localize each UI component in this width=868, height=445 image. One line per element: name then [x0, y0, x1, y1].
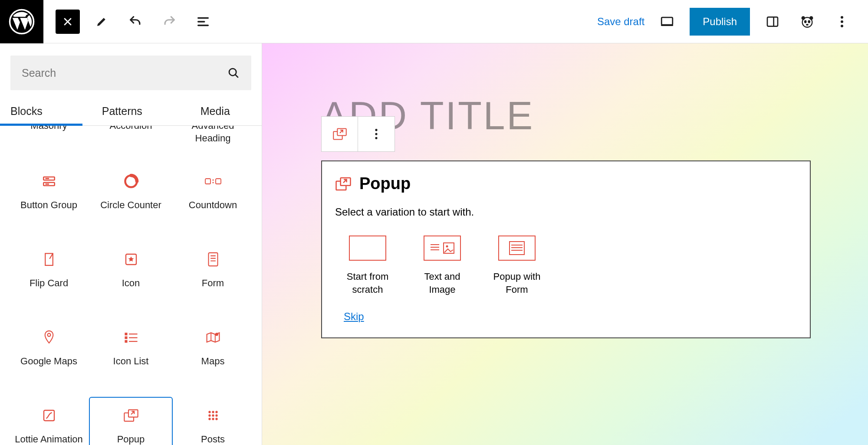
variation-label: Text and Image	[418, 270, 466, 296]
circle-counter-icon	[123, 171, 139, 191]
countdown-icon	[204, 171, 222, 191]
variation-label: Popup with Form	[493, 270, 541, 296]
block-masonry[interactable]: Masonry	[8, 126, 90, 151]
topbar-right-tools: Save draft Publish	[597, 8, 868, 36]
svg-point-33	[208, 415, 210, 417]
undo-button[interactable]	[123, 10, 148, 34]
block-google-maps[interactable]: Google Maps	[8, 320, 90, 385]
variation-thumb-text-image	[424, 236, 461, 261]
popup-title: Popup	[359, 174, 411, 193]
svg-point-7	[808, 20, 810, 23]
form-icon	[207, 249, 219, 269]
block-label: Accordion	[110, 126, 152, 132]
tab-media[interactable]: Media	[169, 98, 262, 125]
svg-rect-40	[337, 129, 346, 136]
block-label: Posts	[201, 433, 225, 445]
svg-point-38	[215, 418, 217, 420]
popup-variations: Start from scratch Text and Image Popup …	[335, 236, 797, 296]
block-lottie-animation[interactable]: Lottie Animation	[8, 398, 90, 445]
svg-point-6	[804, 20, 807, 23]
svg-point-19	[212, 182, 214, 183]
popup-icon	[123, 406, 139, 425]
svg-rect-16	[205, 179, 210, 184]
block-icon-list[interactable]: Icon List	[90, 320, 172, 385]
maps-icon	[205, 327, 221, 347]
svg-point-42	[375, 133, 377, 135]
block-flip-card[interactable]: Flip Card	[8, 242, 90, 307]
save-draft-button[interactable]: Save draft	[597, 16, 644, 28]
block-label: Advanced Heading	[174, 126, 251, 144]
search-input[interactable]	[22, 67, 227, 79]
star-icon	[124, 249, 138, 269]
inserter-tabs: Blocks Patterns Media	[0, 98, 262, 126]
variation-text-and-image[interactable]: Text and Image	[418, 236, 466, 296]
block-icon[interactable]: Icon	[90, 242, 172, 307]
svg-rect-21	[208, 253, 217, 266]
svg-point-35	[215, 415, 217, 417]
block-inserter-panel: Blocks Patterns Media Masonry Accordion …	[0, 43, 262, 445]
svg-rect-25	[125, 340, 127, 343]
svg-point-31	[212, 411, 214, 413]
variation-label: Start from scratch	[344, 270, 391, 296]
block-label: Popup	[117, 433, 145, 445]
block-options-menu[interactable]	[358, 117, 395, 151]
svg-point-11	[841, 25, 843, 27]
svg-point-4	[802, 16, 806, 20]
block-advanced-heading[interactable]: Advanced Heading	[172, 126, 254, 151]
plugin-panda-icon[interactable]	[795, 10, 819, 34]
topbar-left-tools	[43, 10, 215, 34]
wordpress-logo[interactable]	[0, 0, 43, 43]
variation-start-from-scratch[interactable]: Start from scratch	[344, 236, 391, 296]
settings-sidebar-toggle[interactable]	[760, 10, 785, 34]
svg-point-36	[208, 418, 210, 420]
svg-point-10	[841, 20, 843, 23]
svg-rect-1	[662, 17, 673, 25]
svg-rect-24	[125, 337, 127, 339]
close-inserter-button[interactable]	[56, 10, 80, 34]
block-popup[interactable]: Popup	[90, 398, 172, 445]
preview-button[interactable]	[655, 10, 679, 34]
block-label: Form	[202, 277, 224, 290]
block-maps[interactable]: Maps	[172, 320, 254, 385]
svg-point-30	[208, 411, 210, 413]
search-icon	[227, 66, 240, 79]
block-button-group[interactable]: Button Group	[8, 164, 90, 229]
svg-rect-23	[125, 333, 127, 335]
blocks-grid: Masonry Accordion Advanced Heading Butto…	[0, 126, 262, 445]
flip-card-icon	[43, 249, 56, 269]
block-form[interactable]: Form	[172, 242, 254, 307]
editor-canvas: ADD TITLE Popup Select a variation to st…	[262, 43, 868, 445]
svg-point-22	[47, 334, 50, 337]
block-label: Masonry	[30, 126, 67, 132]
redo-button[interactable]	[157, 10, 181, 34]
options-menu-button[interactable]	[830, 10, 854, 34]
svg-point-26	[215, 333, 218, 336]
document-overview-button[interactable]	[191, 10, 215, 34]
button-group-icon	[42, 171, 56, 191]
block-posts[interactable]: Posts	[172, 398, 254, 445]
variation-thumb-blank	[349, 236, 386, 261]
posts-grid-icon	[206, 406, 220, 425]
block-accordion[interactable]: Accordion	[90, 126, 172, 151]
tab-patterns[interactable]: Patterns	[76, 98, 168, 125]
block-label: Button Group	[20, 199, 77, 212]
block-countdown[interactable]: Countdown	[172, 164, 254, 229]
map-pin-icon	[43, 327, 55, 347]
skip-button[interactable]: Skip	[335, 311, 364, 323]
svg-point-47	[446, 245, 448, 248]
publish-button[interactable]: Publish	[690, 8, 750, 36]
svg-point-43	[375, 137, 377, 139]
block-circle-counter[interactable]: Circle Counter	[90, 164, 172, 229]
lottie-icon	[42, 406, 56, 425]
block-type-indicator[interactable]	[322, 117, 358, 151]
popup-block-placeholder: Popup Select a variation to start with. …	[321, 160, 811, 338]
editor-topbar: Save draft Publish	[0, 0, 868, 43]
tab-blocks[interactable]: Blocks	[0, 98, 76, 125]
icon-list-icon	[124, 327, 138, 347]
block-search-box	[10, 56, 251, 90]
svg-rect-17	[216, 179, 221, 184]
variation-popup-with-form[interactable]: Popup with Form	[493, 236, 541, 296]
block-label: Countdown	[189, 199, 237, 212]
edit-tool-button[interactable]	[89, 10, 114, 34]
popup-subtitle: Select a variation to start with.	[335, 206, 797, 218]
